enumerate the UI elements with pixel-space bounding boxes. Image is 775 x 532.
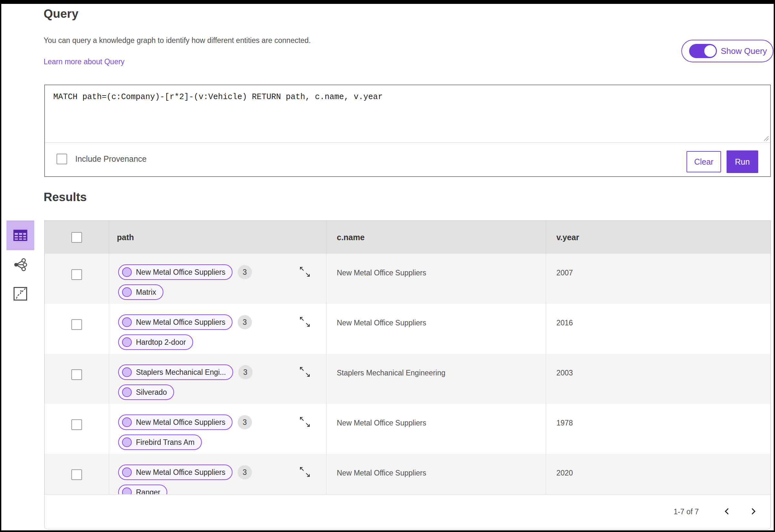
entity-pill[interactable]: New Metal Office Suppliers (118, 264, 232, 280)
entity-pill[interactable]: Matrix (118, 284, 163, 300)
results-title: Results (44, 190, 87, 204)
entity-pill[interactable]: New Metal Office Suppliers (118, 314, 232, 330)
toggle-switch-icon[interactable] (689, 44, 717, 58)
path-count-badge: 3 (238, 415, 252, 429)
path-count-badge: 3 (238, 265, 252, 279)
page-title: Query (44, 7, 78, 21)
cname-cell: New Metal Office Suppliers (326, 404, 546, 454)
graph-view-icon (12, 257, 28, 273)
table-row: New Metal Office Suppliers3Firebird Tran… (45, 404, 770, 454)
view-switcher (6, 220, 34, 308)
chevron-left-icon (723, 507, 731, 516)
table-row: Staplers Mechanical Engi...3Silverado St… (45, 354, 770, 404)
entity-pill[interactable]: New Metal Office Suppliers (118, 414, 232, 430)
run-button[interactable]: Run (727, 150, 758, 173)
column-header-path[interactable]: path (109, 221, 326, 254)
path-pill-line: New Metal Office Suppliers3 (118, 414, 326, 430)
query-textarea[interactable]: MATCH path=(c:Company)-[r*2]-(v:Vehicle)… (45, 85, 770, 143)
previous-page-button[interactable] (720, 504, 734, 518)
row-checkbox[interactable] (71, 319, 82, 330)
path-pill-line: New Metal Office Suppliers3 (118, 314, 326, 330)
entity-pill[interactable]: Hardtop 2-door (118, 334, 193, 350)
expand-path-button[interactable] (298, 415, 311, 428)
entity-node-icon (122, 287, 132, 297)
expand-path-button[interactable] (298, 365, 311, 378)
cname-cell: New Metal Office Suppliers (326, 254, 546, 304)
entity-pill[interactable]: Firebird Trans Am (118, 435, 202, 450)
row-checkbox[interactable] (71, 269, 82, 280)
table-row: New Metal Office Suppliers3Ranger New Me… (45, 454, 770, 494)
expand-icon (298, 365, 311, 378)
pagination-range-label: 1-7 of 7 (674, 507, 699, 516)
entity-pill-label: New Metal Office Suppliers (136, 318, 225, 327)
path-pill-line: Matrix (118, 284, 326, 300)
path-pill-line: Ranger (118, 485, 326, 494)
path-cell: New Metal Office Suppliers3Hardtop 2-doo… (109, 304, 326, 354)
include-provenance-control[interactable]: Include Provenance (56, 154, 147, 164)
column-header-vyear[interactable]: v.year (546, 221, 771, 254)
path-pill-line: Firebird Trans Am (118, 435, 326, 450)
page-description: You can query a knowledge graph to ident… (44, 36, 311, 45)
table-view-button[interactable] (6, 220, 34, 250)
entity-pill[interactable]: New Metal Office Suppliers (118, 465, 232, 480)
entity-pill[interactable]: Ranger (118, 485, 167, 494)
path-cell: New Metal Office Suppliers3Firebird Tran… (109, 404, 326, 454)
clear-button[interactable]: Clear (687, 151, 721, 172)
expand-path-button[interactable] (298, 265, 311, 278)
include-provenance-checkbox[interactable] (56, 154, 67, 164)
entity-pill-label: Staplers Mechanical Engi... (136, 368, 226, 377)
results-table: path c.name v.year New Metal Office Supp… (44, 220, 771, 529)
path-pill-line: Hardtop 2-door (118, 334, 326, 350)
cname-cell: New Metal Office Suppliers (326, 304, 546, 354)
entity-pill-label: New Metal Office Suppliers (136, 418, 225, 427)
path-cell: Staplers Mechanical Engi...3Silverado (109, 354, 326, 404)
path-pill-line: New Metal Office Suppliers3 (118, 465, 326, 480)
entity-node-icon (122, 467, 132, 477)
entity-node-icon (122, 337, 132, 347)
chevron-right-icon (749, 507, 757, 516)
graph-view-button[interactable] (6, 250, 34, 279)
entity-node-icon (122, 417, 132, 427)
select-all-checkbox[interactable] (71, 232, 82, 243)
query-actions-bar: Include Provenance Clear Run (45, 143, 770, 176)
entity-node-icon (122, 317, 132, 327)
expand-icon (298, 415, 311, 428)
chart-view-button[interactable] (6, 279, 34, 308)
entity-pill[interactable]: Silverado (118, 384, 174, 400)
show-query-label: Show Query (721, 46, 767, 56)
path-pill-line: Staplers Mechanical Engi...3 (118, 364, 326, 380)
next-page-button[interactable] (746, 504, 760, 518)
entity-pill-label: Firebird Trans Am (136, 438, 195, 447)
row-checkbox[interactable] (71, 419, 82, 430)
entity-pill[interactable]: Staplers Mechanical Engi... (118, 364, 233, 380)
table-row: New Metal Office Suppliers3Matrix New Me… (45, 254, 770, 304)
vyear-cell: 2003 (546, 354, 770, 404)
expand-path-button[interactable] (298, 315, 311, 328)
path-pill-line: New Metal Office Suppliers3 (118, 264, 326, 280)
path-cell: New Metal Office Suppliers3Ranger (109, 454, 326, 494)
path-count-badge: 3 (238, 365, 252, 379)
entity-pill-label: Matrix (136, 288, 156, 297)
resize-handle-icon[interactable] (764, 136, 769, 141)
entity-pill-label: New Metal Office Suppliers (136, 468, 225, 477)
expand-path-button[interactable] (298, 465, 311, 478)
learn-more-link[interactable]: Learn more about Query (44, 57, 125, 66)
query-card: MATCH path=(c:Company)-[r*2]-(v:Vehicle)… (44, 85, 771, 177)
vyear-cell: 2020 (546, 454, 770, 494)
column-header-cname[interactable]: c.name (326, 221, 546, 254)
row-checkbox[interactable] (71, 469, 82, 480)
path-count-badge: 3 (238, 315, 252, 329)
entity-node-icon (122, 267, 132, 277)
cname-cell: Staplers Mechanical Engineering (326, 354, 546, 404)
path-count-badge: 3 (238, 465, 252, 479)
entity-pill-label: Hardtop 2-door (136, 338, 186, 347)
row-checkbox[interactable] (71, 369, 82, 380)
entity-node-icon (122, 487, 132, 494)
expand-icon (298, 465, 311, 478)
show-query-toggle[interactable]: Show Query (681, 40, 773, 62)
expand-icon (298, 265, 311, 278)
entity-pill-label: New Metal Office Suppliers (136, 268, 225, 277)
entity-pill-label: Silverado (136, 388, 167, 397)
cname-cell: New Metal Office Suppliers (326, 454, 546, 494)
path-pill-line: Silverado (118, 384, 326, 400)
